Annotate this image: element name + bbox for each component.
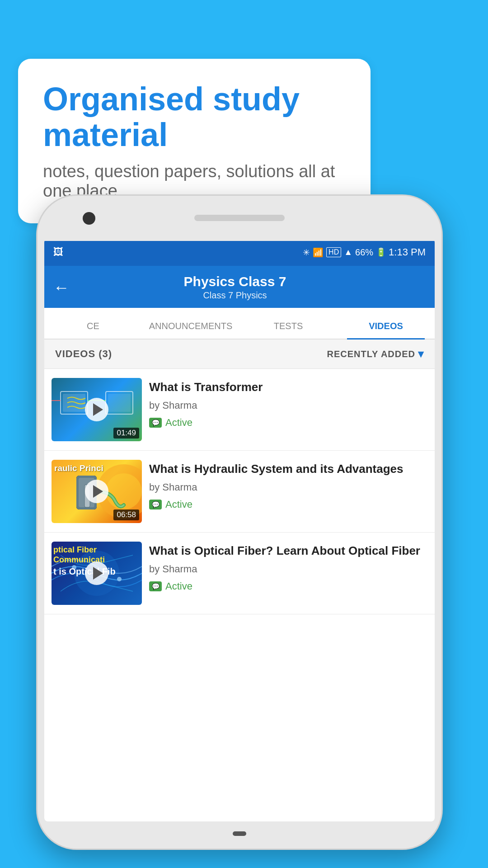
video-status-1: Active [149, 417, 427, 429]
svg-rect-1 [63, 394, 85, 412]
back-button[interactable]: ← [53, 279, 70, 296]
hd-badge: HD [326, 247, 341, 257]
status-chat-icon-3 [149, 581, 162, 591]
clock: 1:13 PM [389, 246, 426, 258]
phone-top [38, 196, 441, 241]
battery-percent: 66% [355, 247, 373, 258]
video-info-2: What is Hydraulic System and its Advanta… [149, 460, 427, 510]
svg-point-16 [117, 577, 122, 581]
video-thumb-3: ptical Fiber Communicati t is Optical Fi… [52, 542, 142, 605]
video-title-2: What is Hydraulic System and its Advanta… [149, 462, 427, 477]
play-icon-2 [93, 485, 103, 498]
tab-ce[interactable]: CE [44, 321, 142, 339]
status-chat-icon-1 [149, 418, 162, 428]
status-left: 🖼 [53, 246, 63, 258]
play-icon-1 [93, 403, 103, 416]
play-button-1[interactable] [85, 398, 108, 421]
video-info-1: What is Transformer by Sharma Active [149, 378, 427, 429]
video-title-1: What is Transformer [149, 380, 427, 395]
video-item-1[interactable]: 01:49 What is Transformer by Sharma Acti… [44, 369, 435, 451]
dropdown-icon: ▾ [418, 348, 424, 360]
tab-tests[interactable]: TESTS [239, 321, 337, 339]
video-item-2[interactable]: raulic Princi 06:58 What is Hydraulic Sy… [44, 451, 435, 533]
play-button-2[interactable] [85, 480, 108, 503]
list-header: VIDEOS (3) RECENTLY ADDED ▾ [44, 340, 435, 369]
video-status-3: Active [149, 580, 427, 592]
app-header: ← Physics Class 7 Class 7 Physics [44, 266, 435, 308]
play-button-3[interactable] [85, 561, 108, 585]
tab-videos[interactable]: VIDEOS [337, 321, 435, 339]
header-title-main: Physics Class 7 [79, 274, 391, 289]
phone-screen: 🖼 ✳ 📶 HD ▲ 66% 🔋 1:13 PM ← Physics Class… [44, 239, 435, 821]
duration-1: 01:49 [113, 428, 139, 439]
svg-rect-5 [108, 394, 131, 412]
status-chat-icon-2 [149, 500, 162, 509]
tab-announcements[interactable]: ANNOUNCEMENTS [142, 321, 239, 339]
bubble-title: Organised study material [43, 81, 346, 153]
home-button[interactable] [233, 831, 246, 836]
tab-bar: CE ANNOUNCEMENTS TESTS VIDEOS [44, 308, 435, 340]
video-status-2: Active [149, 499, 427, 510]
header-title-sub: Class 7 Physics [79, 290, 391, 301]
video-thumb-1: 01:49 [52, 378, 142, 441]
status-right: ✳ 📶 HD ▲ 66% 🔋 1:13 PM [303, 246, 426, 258]
photo-icon: 🖼 [53, 246, 63, 258]
header-title: Physics Class 7 Class 7 Physics [79, 274, 391, 301]
video-author-1: by Sharma [149, 400, 427, 411]
battery-icon: 🔋 [376, 247, 386, 257]
hydraulic-thumb-text: raulic Princi [54, 463, 103, 474]
video-info-3: What is Optical Fiber? Learn About Optic… [149, 542, 427, 592]
video-thumb-2: raulic Princi 06:58 [52, 460, 142, 523]
status-bar: 🖼 ✳ 📶 HD ▲ 66% 🔋 1:13 PM [44, 239, 435, 266]
phone-camera [83, 212, 95, 225]
video-author-2: by Sharma [149, 481, 427, 493]
phone-speaker [194, 215, 285, 221]
duration-2: 06:58 [113, 509, 139, 520]
video-item-3[interactable]: ptical Fiber Communicati t is Optical Fi… [44, 533, 435, 614]
phone-frame: 🖼 ✳ 📶 HD ▲ 66% 🔋 1:13 PM ← Physics Class… [36, 194, 443, 850]
wifi-icon: ▲ [344, 247, 352, 257]
video-author-3: by Sharma [149, 563, 427, 575]
bluetooth-icon: ✳ [303, 247, 310, 258]
video-count: VIDEOS (3) [55, 348, 112, 360]
sort-dropdown[interactable]: RECENTLY ADDED ▾ [327, 348, 424, 360]
signal-icon: 📶 [313, 247, 324, 258]
play-icon-3 [93, 567, 103, 580]
video-title-3: What is Optical Fiber? Learn About Optic… [149, 543, 427, 559]
